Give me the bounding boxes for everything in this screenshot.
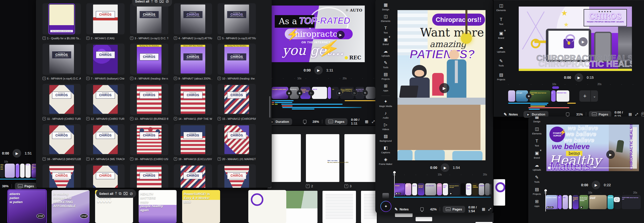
- audio-track-bar[interactable]: [529, 109, 540, 110]
- fullscreen-icon[interactable]: ⤢: [372, 120, 375, 124]
- sidebar-item[interactable]: ✎ Tools: [534, 175, 539, 183]
- timeline-clip[interactable]: pati: [405, 183, 411, 195]
- chiro-zoom-level[interactable]: 42%: [430, 207, 437, 211]
- timeline-clip[interactable]: we ca: [412, 183, 417, 195]
- grid-thumbnail-tile[interactable]: ★★★★★ CHIROS MAKE AMERICA HEALTHY AGAIN …: [130, 84, 168, 124]
- hide-icon[interactable]: ⊘: [130, 191, 133, 196]
- chiro-play-button[interactable]: ▶: [441, 163, 449, 172]
- audio-track-bar[interactable]: [272, 104, 274, 105]
- duplicate-icon[interactable]: ⧉: [118, 191, 121, 196]
- grid-scrollbar[interactable]: [269, 96, 270, 118]
- timeline-clip[interactable]: HEALTH: [312, 87, 327, 99]
- export-icon[interactable]: ⤒: [115, 191, 117, 196]
- timeline-clip[interactable]: [485, 183, 490, 195]
- fullscreen-icon[interactable]: ⤢: [488, 207, 491, 211]
- br-filmstrip[interactable]: we believe Healthy▶ 3.0s CI DISC PowerSu…: [546, 195, 644, 209]
- grid-thumbnail-tile[interactable]: ★★★★★ CHIROS MAKE PEOPLE HEALTHY AGAIN ▾…: [86, 44, 125, 84]
- timeline-clip[interactable]: EVERYTHING attract heal new pati: [622, 195, 641, 209]
- design-thumbnail[interactable]: in making chiropractic MARKETING AFFORDA…: [52, 190, 90, 223]
- sidebar-item[interactable]: ⊞ Apps: [383, 84, 388, 92]
- timeline-clip[interactable]: [328, 87, 331, 99]
- timeline-clip[interactable]: pat: [16, 164, 19, 178]
- timeline-clip[interactable]: [569, 195, 572, 209]
- device-preview-icon[interactable]: [566, 113, 569, 116]
- sidebar-item[interactable]: ▦ Design: [533, 117, 540, 123]
- document-pages-row[interactable]: ▾ ▾2 ▾3 ▾4: [267, 134, 377, 182]
- tr-filmstrip[interactable]: prob again◉ EVERYTHING attract heal new …: [508, 90, 569, 102]
- sidebar-item[interactable]: ▤ Projects: [382, 72, 390, 80]
- select-all-button[interactable]: Select all: [135, 0, 149, 3]
- left-play-button[interactable]: ▶: [13, 149, 21, 158]
- audio-track-bar[interactable]: [275, 102, 292, 103]
- left-filmstrip[interactable]: thing neer area wantpatwe caheal new pa …: [0, 164, 38, 178]
- sidebar-item[interactable]: ⊞ Apps: [534, 199, 540, 207]
- tr-notes-button[interactable]: ✎ Notes: [501, 110, 521, 118]
- timeline-clip[interactable]: CHIRO CHIROPRA: [472, 183, 478, 195]
- playhead-handle[interactable]: [544, 189, 547, 191]
- timeline-clip[interactable]: CI: [551, 90, 556, 102]
- device-preview-icon[interactable]: [420, 207, 424, 211]
- sidebar-item[interactable]: ☁ Uploads: [497, 45, 505, 53]
- audio-track-bar[interactable]: [530, 104, 547, 105]
- grid-thumbnail-tile[interactable]: ★★★★★ CHIROS MAKE AMERICA HEALTHY AGAIN …: [86, 84, 125, 124]
- grid-thumbnail-tile[interactable]: ★★★★★ CHIROS MAKE AMERICA HEALTHY AGAIN …: [174, 84, 212, 124]
- chiro-pages-button[interactable]: Pages: [443, 206, 465, 213]
- audio-track-bar[interactable]: [528, 107, 569, 108]
- grid-thumbnail-tile[interactable]: ★★★★★ CHIROS MAKE AMERICA HEALTHY AGAIN …: [218, 164, 256, 188]
- mid-pages-button[interactable]: Pages: [325, 118, 347, 125]
- video-progress-line[interactable]: [548, 168, 633, 168]
- export-icon[interactable]: ⤒: [151, 0, 153, 4]
- tr-play-overlay[interactable]: ▶: [579, 37, 588, 46]
- help-button[interactable]: ?: [641, 112, 644, 117]
- video-progress-dot[interactable]: [548, 167, 550, 169]
- timeline-clip[interactable]: EVERYTHING attract heal new patient: [530, 90, 550, 102]
- transition-icon[interactable]: ◉: [336, 90, 342, 96]
- sidebar-item[interactable]: ▤ Projects: [533, 187, 541, 195]
- grid-thumbnail-tile[interactable]: ★★★★★ CHIROS MAKE AMERICA HEALTHY AGAIN …: [86, 124, 125, 164]
- chiro-notes-button[interactable]: ✎ Notes: [394, 205, 412, 213]
- br-play-overlay[interactable]: ▶: [606, 150, 615, 159]
- delete-icon[interactable]: ⌧: [123, 191, 128, 196]
- chiro-canvas[interactable]: Chiropractors!! Want more amazing PATIEN…: [397, 10, 486, 160]
- sidebar-item[interactable]: ◫ Elements: [532, 127, 542, 135]
- comment-bubble-icon[interactable]: 💬: [614, 197, 620, 202]
- transition-icon[interactable]: ◉: [526, 93, 532, 99]
- fullscreen-icon[interactable]: ⤢: [635, 112, 638, 117]
- transition-icon[interactable]: ⧉: [362, 90, 368, 96]
- grid-thumbnail-tile[interactable]: ★★★★★ CHIROS MAKE AMERICA HEALTHY AGAIN …: [130, 124, 168, 164]
- audio-track-bar[interactable]: [281, 104, 343, 105]
- timeline-clip[interactable]: we believe Healthy▶ 3.0s: [546, 195, 557, 209]
- grid-thumbnail-tile[interactable]: ★★★★★ CHIROS MAKE AMERICA HEALTHY AGAIN …: [218, 84, 256, 124]
- br-play-button[interactable]: ▶: [592, 181, 600, 189]
- timeline-clip[interactable]: [508, 90, 515, 102]
- sidebar-item[interactable]: ▨ Background: [380, 134, 392, 142]
- device-preview-icon[interactable]: [303, 120, 306, 123]
- mid-play-button[interactable]: ▶: [314, 66, 323, 75]
- grid-thumbnail-tile[interactable]: ★★★★★ CHIROS MAKE AMERICA HEALTHY AGAIN …: [43, 124, 81, 164]
- timeline-clip[interactable]: [461, 183, 465, 195]
- delete-icon[interactable]: ⌧: [159, 0, 164, 4]
- playhead-handle[interactable]: [393, 171, 396, 173]
- transition-icon[interactable]: ◉: [286, 90, 292, 96]
- grid-thumbnail-tile[interactable]: ★★★★★ CHIROS MAKE AMERICA HEALTHY AGAIN …: [130, 164, 168, 188]
- transition-icon[interactable]: ▷: [308, 90, 314, 96]
- audio-track-bar[interactable]: [282, 105, 293, 106]
- audio-track-bar[interactable]: [275, 104, 278, 105]
- chiro-filmstrip[interactable]: PATIENT▶ 2.1 pati we ca PowerSu THE INT …: [394, 183, 491, 195]
- sidebar-item[interactable]: T Text: [499, 17, 503, 25]
- grid-thumbnail-tile[interactable]: ★★★★★ CHIROS MAKE AMERICA HEALTHY AGAIN …: [174, 164, 212, 188]
- grid-view-icon[interactable]: ⊞: [482, 207, 485, 212]
- sidebar-item[interactable]: ▣ ♛ Brand: [534, 151, 540, 159]
- hide-icon[interactable]: ⊘: [166, 0, 169, 4]
- timeline-clip[interactable]: heal new patients new pati▶: [449, 183, 460, 195]
- audio-track-bar[interactable]: [272, 102, 274, 103]
- design-thumbnail[interactable]: atients patien w patien STOP: [8, 190, 46, 223]
- sidebar-item[interactable]: ▣ ♛ Brand: [498, 31, 504, 39]
- duplicate-icon[interactable]: ⧉: [154, 0, 157, 4]
- sidebar-item[interactable]: ▤ Projects: [497, 72, 505, 81]
- grid-thumbnail-tile[interactable]: ★★★★★ CHIROS MAKE PEOPLE HEALTHY AGAIN ▾…: [174, 3, 212, 44]
- sidebar-item[interactable]: T Text: [384, 26, 388, 34]
- timeline-clip[interactable]: we ca: [25, 164, 31, 178]
- br-canvas[interactable]: CHIROPRACTIC HEALS!! POWERSURGE ⚡ we bel…: [546, 125, 639, 171]
- timeline-clip[interactable]: DISC: [562, 195, 568, 209]
